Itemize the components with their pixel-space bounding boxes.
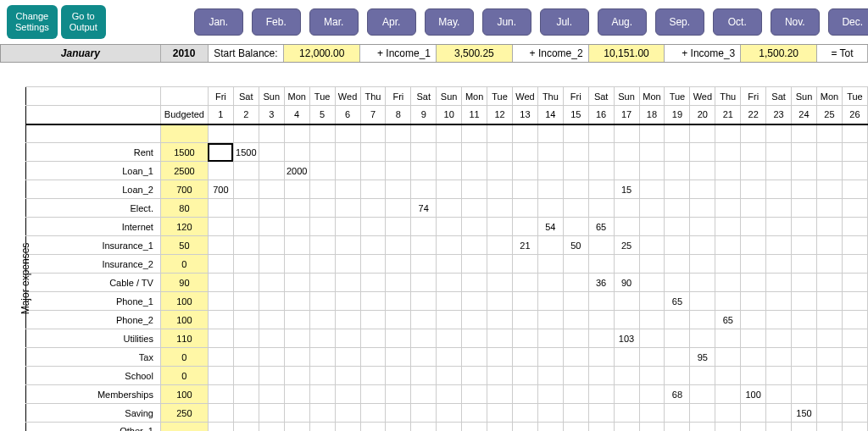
- grid-cell[interactable]: [208, 329, 233, 348]
- grid-cell[interactable]: [842, 162, 867, 180]
- grid-cell[interactable]: [437, 348, 462, 367]
- grid-cell[interactable]: [715, 404, 741, 423]
- budget-cell[interactable]: 2500: [160, 162, 208, 180]
- grid-cell[interactable]: [614, 348, 639, 367]
- grid-cell[interactable]: [588, 236, 614, 255]
- grid-cell[interactable]: [411, 236, 437, 255]
- grid-cell[interactable]: [335, 292, 360, 311]
- grid-cell[interactable]: [411, 162, 437, 180]
- grid-cell[interactable]: [741, 162, 766, 180]
- grid-cell[interactable]: [411, 367, 437, 385]
- grid-cell[interactable]: [537, 348, 563, 367]
- month-feb[interactable]: Feb.: [252, 8, 301, 36]
- grid-cell[interactable]: [259, 274, 284, 292]
- grid-cell[interactable]: [665, 180, 690, 199]
- grid-cell[interactable]: 15: [614, 180, 639, 199]
- grid-cell[interactable]: [386, 180, 411, 199]
- grid-cell[interactable]: [665, 404, 690, 423]
- grid-cell[interactable]: [537, 180, 563, 199]
- grid-cell[interactable]: [665, 236, 690, 255]
- grid-cell[interactable]: [360, 218, 386, 236]
- grid-cell[interactable]: [462, 348, 487, 367]
- grid-cell[interactable]: [437, 218, 462, 236]
- grid-cell[interactable]: [563, 199, 588, 218]
- grid-cell[interactable]: [588, 162, 614, 180]
- grid-cell[interactable]: [360, 292, 386, 311]
- grid-cell[interactable]: [462, 329, 487, 348]
- grid-cell[interactable]: [792, 180, 817, 199]
- grid-cell[interactable]: [411, 311, 437, 329]
- grid-cell[interactable]: [411, 385, 437, 404]
- grid-cell[interactable]: [487, 292, 513, 311]
- grid-cell[interactable]: [259, 385, 284, 404]
- grid-cell[interactable]: [335, 236, 360, 255]
- grid-cell[interactable]: [715, 348, 741, 367]
- grid-cell[interactable]: [537, 404, 563, 423]
- grid-cell[interactable]: [208, 348, 233, 367]
- grid-cell[interactable]: [639, 292, 665, 311]
- grid-cell[interactable]: [437, 274, 462, 292]
- grid-cell[interactable]: [665, 367, 690, 385]
- grid-cell[interactable]: [360, 274, 386, 292]
- grid-cell[interactable]: [537, 423, 563, 432]
- grid-cell[interactable]: [690, 143, 715, 162]
- grid-cell[interactable]: [309, 423, 335, 432]
- grid-cell[interactable]: 95: [690, 348, 715, 367]
- grid-cell[interactable]: [639, 199, 665, 218]
- grid-cell[interactable]: [537, 329, 563, 348]
- grid-cell[interactable]: [792, 218, 817, 236]
- grid-cell[interactable]: [233, 218, 259, 236]
- grid-cell[interactable]: [665, 329, 690, 348]
- grid-cell[interactable]: 65: [665, 292, 690, 311]
- grid-cell[interactable]: [284, 404, 309, 423]
- grid-cell[interactable]: [437, 180, 462, 199]
- grid-cell[interactable]: [715, 162, 741, 180]
- grid-cell[interactable]: [741, 143, 766, 162]
- grid-cell[interactable]: [563, 143, 588, 162]
- grid-cell[interactable]: [512, 218, 537, 236]
- grid-cell[interactable]: [741, 311, 766, 329]
- grid-cell[interactable]: [792, 292, 817, 311]
- grid-cell[interactable]: [512, 385, 537, 404]
- start-balance-value[interactable]: 12,000.00: [284, 45, 360, 62]
- grid-cell[interactable]: [360, 404, 386, 423]
- grid-cell[interactable]: [665, 423, 690, 432]
- budget-cell[interactable]: 100: [160, 385, 208, 404]
- month-may[interactable]: May.: [425, 8, 474, 36]
- grid-cell[interactable]: [842, 274, 867, 292]
- month-nov[interactable]: Nov.: [771, 8, 820, 36]
- grid-cell[interactable]: [792, 423, 817, 432]
- grid-cell[interactable]: [537, 236, 563, 255]
- grid-cell[interactable]: [842, 311, 867, 329]
- grid-cell[interactable]: [462, 404, 487, 423]
- grid-cell[interactable]: [792, 236, 817, 255]
- grid-cell[interactable]: [259, 311, 284, 329]
- grid-cell[interactable]: [512, 404, 537, 423]
- grid-cell[interactable]: [512, 255, 537, 274]
- grid-cell[interactable]: [309, 180, 335, 199]
- grid-cell[interactable]: [842, 348, 867, 367]
- grid-cell[interactable]: [284, 218, 309, 236]
- grid-cell[interactable]: [309, 199, 335, 218]
- grid-cell[interactable]: [715, 199, 741, 218]
- grid-cell[interactable]: [639, 143, 665, 162]
- grid-cell[interactable]: [512, 292, 537, 311]
- grid-cell[interactable]: [335, 274, 360, 292]
- grid-cell[interactable]: [690, 274, 715, 292]
- grid-cell[interactable]: [309, 143, 335, 162]
- grid-cell[interactable]: [816, 180, 842, 199]
- grid-cell[interactable]: [309, 218, 335, 236]
- grid-cell[interactable]: [715, 255, 741, 274]
- grid-cell[interactable]: [335, 385, 360, 404]
- income3-value[interactable]: 1,500.20: [741, 45, 817, 62]
- grid-cell[interactable]: [462, 311, 487, 329]
- grid-cell[interactable]: [842, 292, 867, 311]
- grid-cell[interactable]: [335, 162, 360, 180]
- grid-cell[interactable]: 36: [588, 274, 614, 292]
- grid-cell[interactable]: [639, 236, 665, 255]
- grid-cell[interactable]: [690, 218, 715, 236]
- grid-cell[interactable]: [309, 292, 335, 311]
- change-settings-button[interactable]: ChangeSettings: [7, 5, 58, 39]
- month-jun[interactable]: Jun.: [482, 8, 531, 36]
- grid-cell[interactable]: [816, 255, 842, 274]
